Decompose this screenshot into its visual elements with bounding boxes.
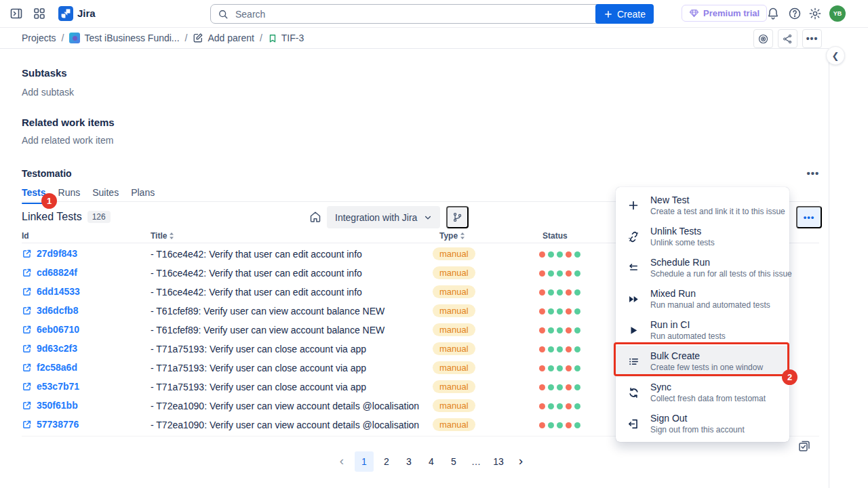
add-subtask-button[interactable]: Add subtask xyxy=(22,87,74,98)
tab-runs[interactable]: Runs xyxy=(58,187,81,204)
menu-item-run-in-ci[interactable]: Run in CIRun automated tests xyxy=(616,314,789,346)
test-status-dots xyxy=(539,289,580,296)
status-dot-red xyxy=(566,365,572,371)
pagination-next-icon[interactable]: › xyxy=(511,450,530,472)
bulk-select-icon[interactable] xyxy=(797,439,811,453)
jira-logo-icon[interactable] xyxy=(58,6,73,21)
test-title: - T61cfef89: Verify user can view accoun… xyxy=(151,325,384,336)
pagination-page-3[interactable]: 3 xyxy=(399,451,418,472)
menu-item-subtitle: Sign out from this account xyxy=(650,425,745,434)
share-icon[interactable] xyxy=(778,29,797,48)
test-id: 57738776 xyxy=(37,419,79,430)
external-link-icon xyxy=(22,249,32,259)
create-button-label: Create xyxy=(617,9,646,20)
test-id-link[interactable]: 3d6dcfb8 xyxy=(22,305,78,316)
pagination-page-2[interactable]: 2 xyxy=(377,451,396,472)
pagination-prev-icon[interactable]: ‹ xyxy=(332,450,351,472)
watch-icon[interactable] xyxy=(753,29,773,48)
tab-suites[interactable]: Suites xyxy=(92,187,119,204)
menu-item-unlink-tests[interactable]: Unlink TestsUnlink some tests xyxy=(616,221,789,252)
menu-item-bulk-create[interactable]: Bulk CreateCreate few tests in one windo… xyxy=(616,346,789,377)
annotation-step-2: 2 xyxy=(782,369,797,385)
breadcrumb-projects[interactable]: Projects xyxy=(22,33,56,43)
git-branch-icon[interactable] xyxy=(446,206,469,228)
search-input[interactable] xyxy=(234,8,595,20)
column-header-type[interactable]: Type xyxy=(439,231,465,241)
test-id-link[interactable]: 350f61bb xyxy=(22,400,78,411)
bulk-create-icon xyxy=(627,355,640,368)
menu-item-mixed-run[interactable]: Mixed RunRun manual and automated tests xyxy=(616,283,789,314)
test-title: - T72ea1090: Verify user can view accoun… xyxy=(151,401,419,411)
menu-item-new-test[interactable]: New TestCreate a test and link it it to … xyxy=(616,190,789,221)
test-id-link[interactable]: e53c7b71 xyxy=(22,381,79,392)
menu-item-text: Run in CIRun automated tests xyxy=(650,319,726,341)
status-dot-red xyxy=(539,422,545,428)
pagination-page-1[interactable]: 1 xyxy=(355,451,374,472)
notifications-icon[interactable] xyxy=(766,7,780,20)
app-switcher-icon[interactable] xyxy=(33,7,46,20)
add-related-item-button[interactable]: Add related work item xyxy=(22,135,113,146)
add-parent-button[interactable]: Add parent xyxy=(193,33,254,43)
test-id-link[interactable]: 6dd14533 xyxy=(22,286,80,297)
status-dot-green xyxy=(548,422,554,428)
column-header-title[interactable]: Title xyxy=(151,231,174,241)
breadcrumb-project[interactable]: Test iBusiness Fundi... xyxy=(69,33,179,43)
menu-item-text: Unlink TestsUnlink some tests xyxy=(650,226,715,247)
sidebar-toggle-icon[interactable] xyxy=(9,7,23,20)
column-header-status[interactable]: Status xyxy=(542,231,568,241)
tab-plans[interactable]: Plans xyxy=(131,187,155,204)
user-avatar[interactable]: YB xyxy=(829,5,846,22)
premium-trial-label: Premium trial xyxy=(703,8,760,18)
menu-item-sign-out[interactable]: Sign OutSign out from this account xyxy=(616,408,789,439)
menu-item-text: Mixed RunRun manual and automated tests xyxy=(650,288,770,310)
mixed-run-icon xyxy=(627,293,640,306)
status-dot-green xyxy=(548,308,554,314)
test-title: - T61cfef89: Verify user can view accoun… xyxy=(151,306,384,317)
pagination-page-4[interactable]: 4 xyxy=(422,451,441,472)
subtasks-heading: Subtasks xyxy=(22,67,67,79)
external-link-icon xyxy=(22,382,32,392)
create-button[interactable]: Create xyxy=(595,4,654,24)
menu-item-text: Sign OutSign out from this account xyxy=(650,413,745,434)
test-id: 6dd14533 xyxy=(37,286,80,297)
test-id-link[interactable]: 57738776 xyxy=(22,419,79,430)
column-header-label: Id xyxy=(22,231,29,241)
test-id-link[interactable]: 27d9f843 xyxy=(22,248,77,259)
pagination-page-5[interactable]: 5 xyxy=(444,451,463,472)
test-type-badge: manual xyxy=(433,247,475,260)
test-status-dots xyxy=(539,403,580,409)
collapse-panel-chevron-icon[interactable]: ❮ xyxy=(826,46,845,65)
breadcrumb-issue[interactable]: TIF-3 xyxy=(268,33,304,43)
status-dot-green xyxy=(557,251,563,258)
settings-gear-icon[interactable] xyxy=(808,7,822,20)
column-header-id[interactable]: Id xyxy=(22,231,29,241)
search-box[interactable] xyxy=(210,4,602,24)
annotation-step-1: 1 xyxy=(41,193,57,209)
linked-tests-more-icon[interactable]: ••• xyxy=(796,206,822,228)
menu-item-subtitle: Run automated tests xyxy=(650,331,726,341)
test-id-link[interactable]: 6eb06710 xyxy=(22,324,79,335)
test-id-link[interactable]: cd68824f xyxy=(22,267,77,278)
home-icon[interactable] xyxy=(309,210,322,224)
status-dot-green xyxy=(574,346,580,352)
help-icon[interactable] xyxy=(788,7,802,20)
test-status-dots xyxy=(539,422,580,428)
pagination-page-13[interactable]: 13 xyxy=(489,451,508,472)
external-link-icon xyxy=(22,401,32,411)
test-title: - T71a75193: Verify user can close accou… xyxy=(151,363,366,373)
test-type-badge: manual xyxy=(433,323,475,336)
status-dot-green xyxy=(557,346,563,352)
branch-filter-select[interactable]: Integration with Jira xyxy=(327,206,440,228)
test-id-link[interactable]: f2c58a6d xyxy=(22,362,77,373)
test-type-badge: manual xyxy=(433,418,475,431)
more-actions-icon[interactable]: ••• xyxy=(802,29,822,48)
status-dot-green xyxy=(574,308,580,314)
menu-item-schedule-run[interactable]: Schedule RunSchedule a run for all tests… xyxy=(616,252,789,283)
linked-tests-label: Linked Tests xyxy=(22,211,82,223)
testomatio-more-icon[interactable]: ••• xyxy=(803,165,823,180)
test-id-link[interactable]: 9d63c2f3 xyxy=(22,343,77,354)
premium-trial-button[interactable]: Premium trial xyxy=(682,5,767,22)
menu-item-sync[interactable]: SyncCollect fresh data from testomat xyxy=(616,377,789,408)
test-status-dots xyxy=(539,327,580,333)
status-dot-green xyxy=(574,422,580,428)
